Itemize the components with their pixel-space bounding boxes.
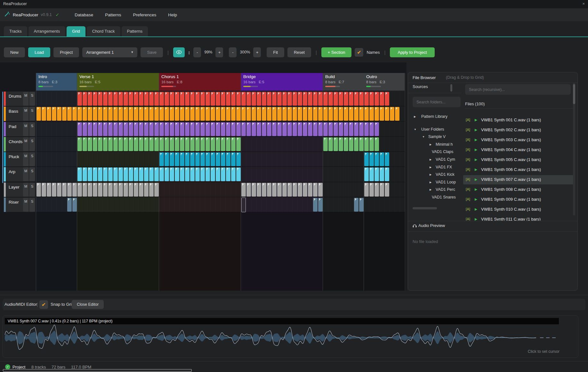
pattern-cell[interactable] xyxy=(185,167,189,181)
pattern-cell[interactable] xyxy=(252,92,256,106)
chevron-down-icon[interactable]: ▼ xyxy=(414,128,416,131)
pattern-cell[interactable] xyxy=(359,137,364,151)
pattern-cell[interactable] xyxy=(159,122,164,136)
file-search-input[interactable] xyxy=(465,84,571,95)
pattern-cell[interactable] xyxy=(129,137,133,151)
pattern-cell[interactable] xyxy=(236,92,241,106)
sources-scrollbar[interactable] xyxy=(450,84,452,92)
mute-button[interactable]: M xyxy=(23,107,28,121)
pattern-cell[interactable] xyxy=(180,107,184,121)
pattern-cell[interactable] xyxy=(170,167,174,181)
pattern-cell[interactable] xyxy=(293,107,297,121)
pattern-cell[interactable] xyxy=(334,107,338,121)
pattern-cell[interactable] xyxy=(236,122,241,136)
chevron-right-icon[interactable]: ▶ xyxy=(430,158,431,161)
pattern-cell[interactable] xyxy=(159,107,164,121)
pattern-cell[interactable] xyxy=(139,107,143,121)
project-button[interactable]: Project xyxy=(53,47,79,57)
pattern-cell[interactable] xyxy=(298,107,302,121)
pattern-cell[interactable] xyxy=(165,137,169,151)
pattern-cell[interactable] xyxy=(72,198,77,212)
section-header[interactable]: Outro8 barsE:3 xyxy=(364,73,405,91)
pattern-cell[interactable] xyxy=(124,92,128,106)
pattern-cell[interactable] xyxy=(231,107,236,121)
pattern-cell[interactable] xyxy=(62,183,67,197)
pattern-cell[interactable] xyxy=(298,122,302,136)
pattern-cell[interactable] xyxy=(190,122,195,136)
pattern-cell[interactable] xyxy=(190,107,195,121)
pattern-cell[interactable] xyxy=(216,92,220,106)
pattern-cell[interactable] xyxy=(246,92,251,106)
pattern-cell[interactable] xyxy=(113,107,118,121)
pattern-cell[interactable] xyxy=(385,167,389,181)
pattern-cell[interactable] xyxy=(52,107,56,121)
close-editor-button[interactable]: Close Editor xyxy=(72,300,104,309)
pattern-cell[interactable] xyxy=(134,167,138,181)
pattern-cell[interactable] xyxy=(165,92,169,106)
pattern-cell[interactable] xyxy=(205,122,210,136)
pattern-cell[interactable] xyxy=(108,137,113,151)
pattern-cell[interactable] xyxy=(395,107,399,121)
pattern-cell[interactable] xyxy=(354,107,358,121)
file-list-item[interactable]: [A]▶VWB1 Synth 005 C.wav (1 bars) xyxy=(463,155,573,165)
pattern-cell[interactable] xyxy=(93,137,97,151)
pattern-cell[interactable] xyxy=(154,167,159,181)
pattern-cell[interactable] xyxy=(124,122,128,136)
pattern-cell[interactable] xyxy=(323,137,328,151)
pattern-cell[interactable] xyxy=(236,152,241,166)
play-icon[interactable]: ▶ xyxy=(475,158,477,161)
pattern-cell[interactable] xyxy=(385,152,389,166)
tab-arrangements[interactable]: Arrangements xyxy=(28,26,66,36)
pattern-cell[interactable] xyxy=(313,122,318,136)
pattern-cell[interactable] xyxy=(236,167,241,181)
save-button[interactable]: Save xyxy=(141,47,163,57)
pattern-cell[interactable] xyxy=(246,107,251,121)
pattern-cell[interactable] xyxy=(252,122,256,136)
pattern-cell[interactable] xyxy=(93,92,97,106)
pattern-cell[interactable] xyxy=(93,183,97,197)
mute-button[interactable]: M xyxy=(23,167,28,181)
pattern-cell[interactable] xyxy=(267,183,271,197)
apply-to-project-button[interactable]: Apply to Project xyxy=(390,47,434,57)
pattern-cell[interactable] xyxy=(42,183,46,197)
pattern-cell[interactable] xyxy=(328,92,333,106)
pattern-cell[interactable] xyxy=(282,92,287,106)
pattern-cell[interactable] xyxy=(375,122,379,136)
pattern-cell[interactable] xyxy=(149,92,154,106)
pattern-cell[interactable] xyxy=(308,183,312,197)
pattern-cell[interactable] xyxy=(390,107,394,121)
pattern-cell[interactable] xyxy=(293,183,297,197)
pattern-cell[interactable] xyxy=(359,198,364,212)
pattern-cell[interactable] xyxy=(170,152,174,166)
pattern-cell[interactable] xyxy=(103,107,108,121)
pattern-cell[interactable] xyxy=(205,107,210,121)
pattern-cell[interactable] xyxy=(113,137,118,151)
pattern-cell[interactable] xyxy=(47,107,51,121)
play-icon[interactable]: ▶ xyxy=(475,128,477,132)
pattern-cell[interactable] xyxy=(205,137,210,151)
pattern-cell[interactable] xyxy=(36,107,41,121)
pattern-cell[interactable] xyxy=(180,92,184,106)
file-list-scrollbar-thumb[interactable] xyxy=(573,84,575,104)
pattern-cell[interactable] xyxy=(149,122,154,136)
pattern-cell[interactable] xyxy=(83,167,87,181)
section-header[interactable]: Chorus 116 barsE:8 xyxy=(159,73,241,91)
pattern-cell[interactable] xyxy=(175,92,179,106)
pattern-cell[interactable] xyxy=(77,183,82,197)
section-header[interactable]: Build8 barsE:7 xyxy=(323,73,364,91)
pattern-cell[interactable] xyxy=(118,183,123,197)
pattern-cell[interactable] xyxy=(67,107,72,121)
pattern-cell[interactable] xyxy=(200,167,205,181)
mute-button[interactable]: M xyxy=(23,152,28,166)
pattern-cell[interactable] xyxy=(195,92,200,106)
play-icon[interactable]: ▶ xyxy=(475,197,477,201)
tree-item-vad1-snares[interactable]: VAD1 Snares xyxy=(408,194,459,202)
pattern-cell[interactable] xyxy=(231,92,236,106)
pattern-cell[interactable] xyxy=(175,167,179,181)
pattern-cell[interactable] xyxy=(88,167,92,181)
pattern-cell[interactable] xyxy=(303,122,307,136)
pattern-cell[interactable] xyxy=(287,92,292,106)
pattern-cell[interactable] xyxy=(195,137,200,151)
pattern-cell[interactable] xyxy=(124,107,128,121)
pattern-cell[interactable] xyxy=(369,107,374,121)
